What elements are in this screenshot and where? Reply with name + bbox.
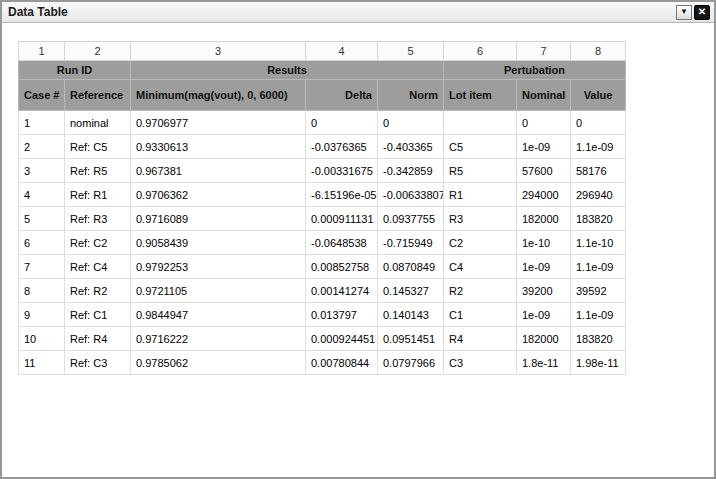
table-cell: 0.0951451	[378, 327, 444, 351]
table-cell	[444, 111, 517, 135]
table-cell: 10	[19, 327, 65, 351]
table-cell: 0	[517, 111, 571, 135]
table-cell: 1.1e-09	[571, 135, 626, 159]
column-header-cell[interactable]: Reference	[65, 80, 131, 111]
table-cell: 0.9844947	[131, 303, 306, 327]
group-header-cell: Results	[131, 61, 444, 80]
table-cell: 0.00852758	[306, 255, 378, 279]
table-row: 1nominal0.97069770000	[19, 111, 626, 135]
column-header-cell[interactable]: Norm	[378, 80, 444, 111]
table-cell: 39592	[571, 279, 626, 303]
table-cell: Ref: C2	[65, 231, 131, 255]
table-cell: 0.0797966	[378, 351, 444, 375]
data-table: 12345678 Run IDResultsPertubation Case #…	[18, 41, 626, 375]
column-header-cell[interactable]: Case #	[19, 80, 65, 111]
collapse-button[interactable]: ▼	[676, 5, 692, 20]
table-cell: 296940	[571, 183, 626, 207]
table-cell: 0.9706362	[131, 183, 306, 207]
table-cell: Ref: C4	[65, 255, 131, 279]
table-cell: -0.00633807	[378, 183, 444, 207]
table-cell: 0.0937755	[378, 207, 444, 231]
table-row: 8Ref: R20.97211050.001412740.145327R2392…	[19, 279, 626, 303]
table-cell: -0.0376365	[306, 135, 378, 159]
table-cell: Ref: C3	[65, 351, 131, 375]
column-header-cell[interactable]: Delta	[306, 80, 378, 111]
table-row: 10Ref: R40.97162220.0009244510.0951451R4…	[19, 327, 626, 351]
column-header-row: Case #ReferenceMinimum(mag(vout), 0, 600…	[19, 80, 626, 111]
column-header-cell[interactable]: Minimum(mag(vout), 0, 6000)	[131, 80, 306, 111]
table-cell: -0.342859	[378, 159, 444, 183]
table-cell: Ref: R5	[65, 159, 131, 183]
table-cell: 1.98e-11	[571, 351, 626, 375]
table-cell: 7	[19, 255, 65, 279]
table-cell: 0.967381	[131, 159, 306, 183]
table-cell: C5	[444, 135, 517, 159]
table-cell: 8	[19, 279, 65, 303]
group-header-cell: Run ID	[19, 61, 131, 80]
table-row: 3Ref: R50.967381-0.00331675-0.342859R557…	[19, 159, 626, 183]
table-cell: 1e-10	[517, 231, 571, 255]
column-header-cell[interactable]: Lot item	[444, 80, 517, 111]
group-header-row: Run IDResultsPertubation	[19, 61, 626, 80]
column-header-cell[interactable]: Nominal	[517, 80, 571, 111]
table-cell: 0	[378, 111, 444, 135]
window-title: Data Table	[8, 2, 674, 22]
index-header-cell[interactable]: 4	[306, 42, 378, 61]
table-cell: 183820	[571, 207, 626, 231]
table-row: 4Ref: R10.9706362-6.15196e-05-0.00633807…	[19, 183, 626, 207]
close-icon: ✕	[698, 7, 706, 17]
table-cell: 0.9706977	[131, 111, 306, 135]
table-cell: 58176	[571, 159, 626, 183]
index-header-cell[interactable]: 1	[19, 42, 65, 61]
titlebar[interactable]: Data Table ▼ ✕	[2, 2, 714, 23]
table-row: 11Ref: C30.97850620.007808440.0797966C31…	[19, 351, 626, 375]
table-cell: 1e-09	[517, 303, 571, 327]
table-cell: 0.9716089	[131, 207, 306, 231]
table-cell: Ref: R4	[65, 327, 131, 351]
table-row: 2Ref: C50.9330613-0.0376365-0.403365C51e…	[19, 135, 626, 159]
close-button[interactable]: ✕	[694, 5, 710, 20]
index-header-cell[interactable]: 8	[571, 42, 626, 61]
table-cell: 39200	[517, 279, 571, 303]
table-cell: 1.8e-11	[517, 351, 571, 375]
data-table-window: Data Table ▼ ✕ 12345678 Run IDResultsPer…	[0, 0, 716, 479]
table-cell: 0.000924451	[306, 327, 378, 351]
table-cell: 9	[19, 303, 65, 327]
table-cell: C4	[444, 255, 517, 279]
table-cell: -0.00331675	[306, 159, 378, 183]
column-header-cell[interactable]: Value	[571, 80, 626, 111]
index-header-cell[interactable]: 6	[444, 42, 517, 61]
index-header-cell[interactable]: 3	[131, 42, 306, 61]
table-cell: 1e-09	[517, 135, 571, 159]
table-cell: 1.1e-09	[571, 303, 626, 327]
table-cell: 0.000911131	[306, 207, 378, 231]
table-cell: C2	[444, 231, 517, 255]
table-cell: 1e-09	[517, 255, 571, 279]
table-cell: 0	[571, 111, 626, 135]
table-cell: C1	[444, 303, 517, 327]
index-header-row: 12345678	[19, 42, 626, 61]
table-cell: Ref: R1	[65, 183, 131, 207]
table-cell: 6	[19, 231, 65, 255]
window-content: 12345678 Run IDResultsPertubation Case #…	[2, 41, 714, 479]
index-header-cell[interactable]: 2	[65, 42, 131, 61]
table-cell: 4	[19, 183, 65, 207]
table-body: 1nominal0.970697700002Ref: C50.9330613-0…	[19, 111, 626, 375]
table-cell: Ref: C5	[65, 135, 131, 159]
table-cell: Ref: R2	[65, 279, 131, 303]
table-cell: 11	[19, 351, 65, 375]
group-header-cell: Pertubation	[444, 61, 626, 80]
index-header-cell[interactable]: 7	[517, 42, 571, 61]
table-cell: 0.013797	[306, 303, 378, 327]
table-cell: 0.9058439	[131, 231, 306, 255]
table-cell: -0.715949	[378, 231, 444, 255]
table-cell: 0.00141274	[306, 279, 378, 303]
table-cell: 0.00780844	[306, 351, 378, 375]
table-cell: 57600	[517, 159, 571, 183]
table-row: 5Ref: R30.97160890.0009111310.0937755R31…	[19, 207, 626, 231]
table-cell: 1.1e-10	[571, 231, 626, 255]
index-header-cell[interactable]: 5	[378, 42, 444, 61]
table-cell: 0.145327	[378, 279, 444, 303]
table-cell: 2	[19, 135, 65, 159]
table-cell: R2	[444, 279, 517, 303]
